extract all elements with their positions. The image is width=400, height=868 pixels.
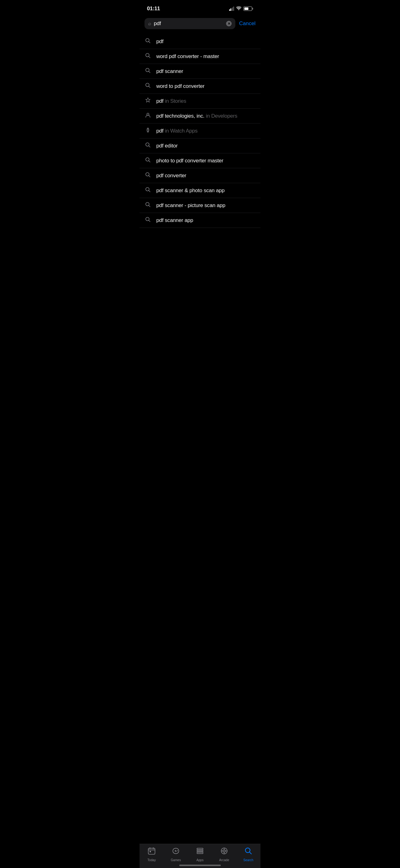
list-item[interactable]: pdf scanner - picture scan app xyxy=(139,198,261,213)
search-icon xyxy=(144,53,151,60)
search-icon xyxy=(144,172,151,179)
svg-line-5 xyxy=(149,71,151,73)
status-icons xyxy=(229,6,253,11)
svg-line-15 xyxy=(149,146,151,148)
list-item[interactable]: pdf in Stories xyxy=(139,94,261,108)
status-bar: 01:11 xyxy=(139,0,261,16)
suggestion-label: photo to pdf converter master xyxy=(156,158,223,164)
wifi-icon xyxy=(236,6,241,11)
status-time: 01:11 xyxy=(147,6,160,12)
clear-button[interactable] xyxy=(226,21,232,26)
battery-icon xyxy=(243,6,253,11)
svg-line-7 xyxy=(149,86,151,88)
list-item[interactable]: pdf technologies, inc. in Developers xyxy=(139,108,261,124)
suggestion-label: pdf in Watch Apps xyxy=(156,128,198,134)
list-item[interactable]: pdf xyxy=(139,34,261,49)
list-item[interactable]: photo to pdf converter master xyxy=(139,153,261,168)
suggestion-label: pdf scanner xyxy=(156,68,183,74)
svg-line-21 xyxy=(149,191,151,192)
search-icon xyxy=(144,68,151,75)
svg-line-19 xyxy=(149,176,151,177)
list-item[interactable]: pdf converter xyxy=(139,168,261,183)
suggestion-label: pdf scanner app xyxy=(156,217,193,223)
search-icon xyxy=(144,142,151,149)
list-item[interactable]: pdf scanner & photo scan app xyxy=(139,183,261,198)
search-icon xyxy=(144,38,151,45)
search-icon xyxy=(144,157,151,164)
main-content: ⌕ pdf Cancel pdf word xyxy=(139,16,261,256)
list-item[interactable]: word to pdf converter xyxy=(139,79,261,94)
signal-icon xyxy=(229,6,234,11)
appstore-icon xyxy=(144,97,151,104)
watch-icon xyxy=(144,127,151,134)
svg-line-17 xyxy=(149,161,151,162)
list-item[interactable]: word pdf converter - master xyxy=(139,49,261,64)
cancel-button[interactable]: Cancel xyxy=(239,21,256,27)
search-bar[interactable]: ⌕ pdf xyxy=(144,18,235,29)
svg-line-1 xyxy=(149,41,151,43)
search-icon xyxy=(144,83,151,90)
svg-rect-11 xyxy=(147,131,148,132)
search-bar-icon: ⌕ xyxy=(148,21,151,26)
svg-line-25 xyxy=(149,220,151,222)
suggestion-label: pdf converter xyxy=(156,173,186,179)
suggestion-label: pdf scanner - picture scan app xyxy=(156,203,226,209)
suggestion-label: pdf in Stories xyxy=(156,98,186,104)
suggestion-label: pdf scanner & photo scan app xyxy=(156,187,225,194)
suggestion-label: pdf xyxy=(156,38,163,45)
search-icon xyxy=(144,217,151,224)
svg-line-23 xyxy=(149,206,151,207)
suggestion-label: pdf editor xyxy=(156,143,178,149)
suggestion-list: pdf word pdf converter - master pdf scan… xyxy=(139,34,261,228)
suggestion-label: pdf technologies, inc. in Developers xyxy=(156,113,237,119)
search-icon xyxy=(144,187,151,194)
list-item[interactable]: pdf scanner xyxy=(139,64,261,79)
search-icon xyxy=(144,202,151,209)
svg-rect-10 xyxy=(147,128,148,129)
person-icon xyxy=(144,113,151,120)
suggestion-label: word to pdf converter xyxy=(156,83,205,89)
suggestion-label: word pdf converter - master xyxy=(156,53,219,60)
list-item[interactable]: pdf scanner app xyxy=(139,213,261,228)
search-bar-container: ⌕ pdf Cancel xyxy=(139,16,261,32)
search-input[interactable]: pdf xyxy=(154,21,224,27)
list-item[interactable]: pdf in Watch Apps xyxy=(139,124,261,138)
svg-line-3 xyxy=(149,57,151,58)
list-item[interactable]: pdf editor xyxy=(139,138,261,153)
